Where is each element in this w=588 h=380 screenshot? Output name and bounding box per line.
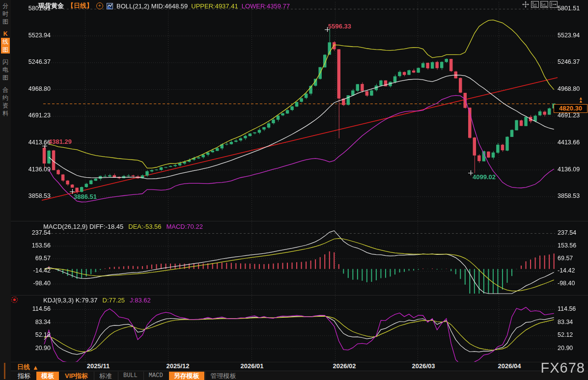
fit-vertical-axis-icon[interactable] <box>531 1 539 8</box>
add-indicator-icon[interactable]: + <box>96 2 103 9</box>
axis-label: 69.57 <box>558 255 573 262</box>
axis-label: 4136.09 <box>558 166 580 173</box>
axis-label: 83.34 <box>558 319 573 326</box>
boll-lower-readout: LOWER:4359.77 <box>242 2 290 10</box>
sidebar-accent-bar <box>4 363 5 379</box>
axis-label: -98.40 <box>14 280 51 287</box>
sidebar-tab-0[interactable]: 分时图 <box>1 2 10 26</box>
boll-readout: BOLL(21,2) MID:4648.59 <box>116 2 188 10</box>
macd-dea-readout: DEA:-53.56 <box>128 223 161 230</box>
sidebar-tab-char: 线 <box>1 38 10 46</box>
macd-readout: MACD(26,12,9) DIFF:-18.45 <box>43 223 123 230</box>
sidebar-tab-char: 合 <box>1 86 10 94</box>
axis-label: -14.42 <box>14 267 51 274</box>
watermark: FX678 <box>541 360 585 376</box>
macd-header: MACD(26,12,9) DIFF:-18.45 DEA:-53.56 MAC… <box>43 223 203 230</box>
low-label: 3886.51 <box>74 193 97 200</box>
sidebar-tab-char: 资 <box>1 102 10 109</box>
peak-label: 5596.33 <box>328 23 351 30</box>
chart-header: 现货黄金 【日线】 + BOLL(21,2) MID:4648.59 UPPER… <box>38 1 290 10</box>
axis-label: 4413.66 <box>14 139 51 146</box>
axis-label: 4691.23 <box>14 112 51 119</box>
last-price-tag: 4820.30 <box>554 104 588 113</box>
date-tick-label: 2026/04 <box>498 362 521 370</box>
exit-view-icon[interactable] <box>550 1 558 8</box>
axis-label: -98.40 <box>558 280 575 287</box>
date-tick-label: 2026/02 <box>333 362 356 370</box>
axis-label: 20.90 <box>558 345 573 352</box>
axis-label: 4413.66 <box>558 139 580 146</box>
axis-label: 83.34 <box>14 319 51 326</box>
toolbar-button-5[interactable]: MACD <box>143 372 168 380</box>
axis-label: 52.12 <box>558 331 573 338</box>
axis-label: 5801.51 <box>558 5 580 12</box>
axis-label: 5801.51 <box>14 5 51 12</box>
axis-label: 3858.53 <box>558 192 580 199</box>
boll-upper-readout: UPPER:4937.41 <box>191 2 238 10</box>
chart-canvas[interactable] <box>0 0 588 380</box>
kdj-d-readout: D:77.25 <box>103 297 125 304</box>
sidebar-tab-3[interactable]: 合约资料 <box>1 86 10 117</box>
toolbar-button-4[interactable]: BULL <box>118 372 142 380</box>
mini-chart-icon <box>107 3 113 9</box>
axis-label: 5523.94 <box>14 32 51 39</box>
sidebar-tab-char: 分 <box>1 2 10 10</box>
period-tag: 【日线】 <box>67 1 93 10</box>
price-up-arrows-icon: ▲▲ <box>579 97 583 103</box>
axis-label: 4136.09 <box>14 166 51 173</box>
bottom-toolbar: 指标模板VIP指标标准BULLMACD另存模板管理模板 <box>11 371 588 380</box>
toolbar-button-1[interactable]: 模板 <box>36 372 59 380</box>
date-tick-label: 2026/03 <box>412 362 435 370</box>
sidebar-tab-char: 电 <box>1 66 10 74</box>
axis-label: 153.56 <box>14 242 51 249</box>
axis-label: 3858.53 <box>14 192 51 199</box>
date-tick-label: 2025/11 <box>87 362 110 370</box>
axis-label: 4968.80 <box>558 85 580 92</box>
toolbar-button-0[interactable]: 指标 <box>13 372 35 380</box>
axis-label: 237.54 <box>14 229 51 236</box>
toolbar-button-6[interactable]: 另存模板 <box>169 372 204 380</box>
kdj-header: KDJ(9,3,3) K:79.37 D:77.25 J:83.62 <box>43 297 151 304</box>
left-sidebar: 分时图K线图闪电图合约资料 <box>0 0 11 380</box>
crosshair-move-icon[interactable] <box>522 1 530 8</box>
indicator-settings-icon[interactable] <box>10 296 19 304</box>
axis-label: 69.57 <box>14 255 51 262</box>
axis-label: 153.56 <box>558 242 576 249</box>
kdj-j-readout: J:83.62 <box>130 297 151 304</box>
kdj-k-readout: KDJ(9,3,3) K:79.37 <box>43 297 98 304</box>
axis-label: 5523.94 <box>558 32 580 39</box>
sidebar-tab-2[interactable]: 闪电图 <box>1 58 10 81</box>
axis-label: 114.56 <box>14 305 51 312</box>
axis-label: 4691.23 <box>558 112 580 119</box>
swing-low-label: 4099.02 <box>473 173 496 181</box>
sidebar-tab-char: 图 <box>1 46 10 54</box>
chart-application: 分时图K线图闪电图合约资料 现货黄金 【日线】 + BOLL(21,2) MID… <box>0 0 588 380</box>
sidebar-tab-char: 闪 <box>1 58 10 66</box>
axis-label: 237.54 <box>558 229 576 236</box>
sidebar-tab-char: 料 <box>1 109 10 117</box>
sidebar-tab-char: K <box>1 30 10 38</box>
axis-label: 20.90 <box>14 345 51 352</box>
chart-tool-icons <box>522 1 558 8</box>
sidebar-tab-char: 图 <box>1 18 10 26</box>
date-tick-label: 2026/01 <box>241 362 264 370</box>
macd-macd-readout: MACD:70.22 <box>166 223 202 230</box>
toolbar-button-3[interactable]: 标准 <box>94 372 117 380</box>
sidebar-tab-char: 时 <box>1 10 10 18</box>
axis-label: 114.56 <box>558 305 576 312</box>
toolbar-button-2[interactable]: VIP指标 <box>60 372 93 380</box>
toolbar-button-7[interactable]: 管理模板 <box>205 372 241 380</box>
fit-horizontal-axis-icon[interactable] <box>540 1 548 8</box>
axis-label: -14.42 <box>558 267 575 274</box>
early-high-label: 4381.29 <box>49 138 72 145</box>
axis-label: 5246.37 <box>14 58 51 65</box>
sidebar-tab-1[interactable]: K线图 <box>1 30 10 54</box>
axis-label: 4968.80 <box>14 85 51 92</box>
axis-label: 52.12 <box>14 331 51 338</box>
date-tick-label: 2025/12 <box>167 362 190 370</box>
sidebar-tab-char: 约 <box>1 94 10 102</box>
period-arrow-icon: ▲ <box>32 364 39 371</box>
sidebar-tab-char: 图 <box>1 74 10 81</box>
axis-label: 5246.37 <box>558 58 580 65</box>
